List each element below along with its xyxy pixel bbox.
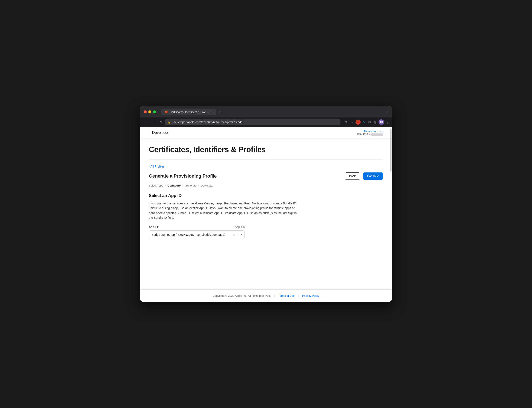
avatar[interactable]: AK	[379, 119, 384, 125]
app-id-selected-value: Buddy Demo App (RDBPN396UT.com.buddy.dem…	[152, 233, 231, 236]
section-title: Generate a Provisioning Profile	[149, 173, 217, 179]
lock-icon: 🔒	[168, 121, 171, 124]
scrollbar-thumb[interactable]	[390, 129, 392, 172]
reload-button[interactable]: ↻	[158, 119, 163, 125]
breadcrumb-arrow-2: ›	[182, 184, 183, 187]
footer-copyright: Copyright © 2023 Apple Inc. All rights r…	[213, 294, 271, 297]
apple-logo-icon: 	[149, 130, 150, 135]
footer-sep-1: |	[274, 294, 275, 297]
app-id-count: 5 App IDs	[233, 225, 245, 229]
tab-title: Certificates, Identifiers & Profi…	[170, 110, 209, 114]
description-text: If you plan to use services such as Game…	[149, 201, 298, 220]
active-tab[interactable]: 🍎 Certificates, Identifiers & Profi… ✕	[161, 109, 216, 115]
apple-logo-area:  Developer	[149, 130, 169, 135]
extensions-icon[interactable]: ⧉	[367, 119, 372, 125]
breadcrumb-step-1: Select Type	[149, 184, 163, 187]
forward-nav-button[interactable]: →	[151, 119, 156, 125]
url-path: developer.apple.com/account/resources/pr…	[174, 120, 243, 124]
back-button[interactable]: Back	[345, 172, 360, 180]
scrollbar-track[interactable]	[390, 127, 392, 302]
maximize-button[interactable]	[153, 110, 156, 113]
sidebar-icon[interactable]: ⊟	[373, 119, 377, 125]
title-bar: 🍎 Certificates, Identifiers & Profi… ✕ +…	[140, 106, 392, 118]
account-info: BDY PSA -	[357, 133, 383, 136]
app-id-label-row: App ID: 5 App IDs	[149, 225, 245, 229]
menu-icon[interactable]: ⋮	[385, 120, 389, 125]
traffic-lights	[144, 110, 156, 113]
section-header: Generate a Provisioning Profile Back Con…	[149, 172, 383, 180]
continue-button[interactable]: Continue	[363, 172, 383, 180]
page-title: Certificates, Identifiers & Profiles	[149, 145, 383, 154]
page-footer: Copyright © 2023 Apple Inc. All rights r…	[140, 290, 392, 302]
header-right: Alexander Kus › BDY PSA -	[357, 130, 383, 136]
back-nav-button[interactable]: ←	[143, 119, 149, 125]
new-tab-button[interactable]: +	[217, 110, 223, 114]
footer-sep-2: |	[298, 294, 299, 297]
select-app-id-title: Select an App ID	[149, 193, 383, 198]
breadcrumb-step-3: Generate	[185, 184, 196, 187]
tab-favicon-icon: 🍎	[165, 110, 168, 114]
app-id-label: App ID:	[149, 225, 159, 229]
all-profiles-link[interactable]: ‹ All Profiles	[149, 165, 165, 168]
dev-header:  Developer Alexander Kus › BDY PSA -	[140, 127, 392, 139]
action-buttons: Back Continue	[345, 172, 383, 180]
share-icon[interactable]: ⬆	[344, 119, 348, 125]
app-id-dropdown[interactable]: Buddy Demo App (RDBPN396UT.com.buddy.dem…	[149, 230, 245, 239]
user-name-link[interactable]: Alexander Kus ›	[357, 130, 383, 133]
breadcrumb: Select Type › Configure › Generate › Dow…	[149, 184, 383, 187]
tab-chevron-icon[interactable]: ›	[387, 110, 388, 114]
content-divider	[149, 159, 383, 160]
privacy-policy-link[interactable]: Privacy Policy	[302, 294, 320, 297]
minimize-button[interactable]	[148, 110, 151, 113]
breadcrumb-arrow-3: ›	[198, 184, 199, 187]
bookmark-icon[interactable]: ☆	[350, 119, 354, 125]
terms-of-use-link[interactable]: Terms of Use	[278, 294, 295, 297]
extension-pencil-icon[interactable]: ✎	[362, 119, 366, 125]
main-content: Certificates, Identifiers & Profiles ‹ A…	[140, 139, 392, 290]
breadcrumb-step-2: Configure	[168, 184, 181, 187]
breadcrumb-arrow-1: ›	[165, 184, 166, 187]
account-id-blur	[371, 133, 383, 136]
app-id-section: App ID: 5 App IDs Buddy Demo App (RDBPN3…	[149, 225, 383, 239]
breadcrumb-step-4: Download	[201, 184, 213, 187]
toolbar-icons: ⬆ ☆ ! ✎ ⧉ ⊟ AK ⋮	[344, 119, 389, 125]
app-id-clear-icon[interactable]: ✕	[233, 233, 235, 236]
tab-close-icon[interactable]: ✕	[211, 111, 212, 113]
page-content:  Developer Alexander Kus › BDY PSA - Ce…	[140, 127, 392, 302]
url-bar[interactable]: 🔒 developer.apple.com/account/resources/…	[165, 119, 340, 125]
browser-window: 🍎 Certificates, Identifiers & Profi… ✕ +…	[140, 106, 392, 302]
close-button[interactable]	[144, 110, 147, 113]
address-bar: ← → ↻ 🔒 developer.apple.com/account/reso…	[140, 118, 392, 127]
tab-bar: 🍎 Certificates, Identifiers & Profi… ✕ +…	[161, 109, 388, 115]
developer-label: Developer	[152, 130, 169, 135]
app-id-divider	[238, 233, 238, 237]
app-id-chevron-icon[interactable]: ▾	[241, 233, 242, 236]
extension-red-icon[interactable]: !	[355, 119, 361, 125]
